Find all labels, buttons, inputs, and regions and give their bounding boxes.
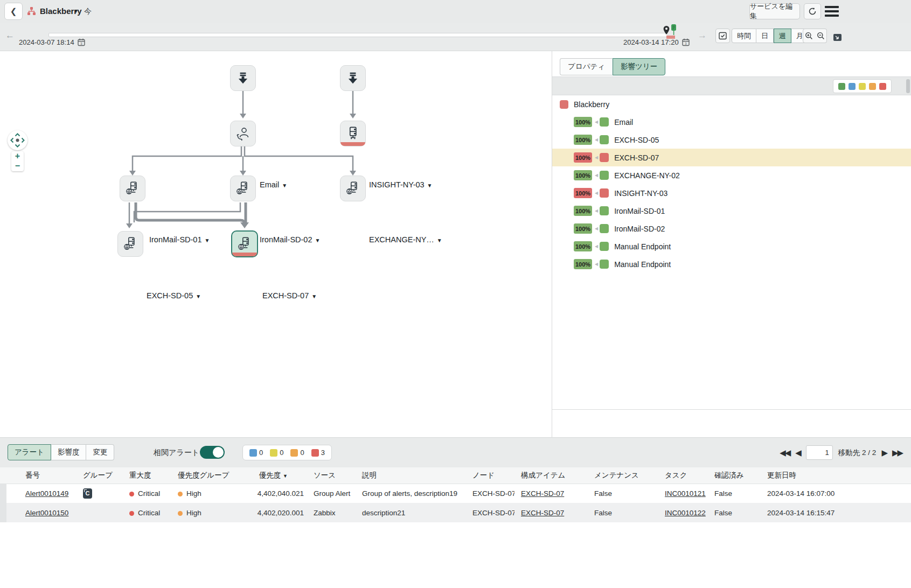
col-task[interactable]: タスク xyxy=(658,467,707,484)
task-link[interactable]: INC0010122 xyxy=(665,509,706,517)
col-node[interactable]: ノード xyxy=(466,467,514,484)
col-acknowledged[interactable]: 確認済み xyxy=(707,467,760,484)
col-ci[interactable]: 構成アイテム xyxy=(514,467,585,484)
impact-arrow-icon: ◀ xyxy=(595,191,598,195)
node-exch-sd-07[interactable] xyxy=(231,230,258,257)
tree-item-exch-sd-07[interactable]: 100% ◀ EXCH-SD-07 xyxy=(552,149,911,166)
col-severity[interactable]: 重大度 xyxy=(124,467,171,484)
node-insight-ny-03[interactable] xyxy=(340,121,366,146)
node-ironmail-sd-02[interactable] xyxy=(230,176,256,201)
page-input[interactable] xyxy=(806,445,833,460)
legend-green-swatch[interactable] xyxy=(838,83,845,90)
tree-item-exch-sd-05[interactable]: 100% ◀ EXCH-SD-05 xyxy=(552,131,911,149)
zoom-in-button[interactable] xyxy=(803,29,815,43)
legend-yellow-swatch[interactable] xyxy=(859,83,866,90)
legend-orange-swatch[interactable] xyxy=(869,83,876,90)
col-priority-sorted[interactable]: 優先度 ▼ xyxy=(245,467,308,484)
node-label-ironmail-sd-02[interactable]: IronMail-SD-02▼ xyxy=(260,235,320,244)
col-id[interactable]: 番号 xyxy=(6,467,75,484)
tab-impact-tree[interactable]: 影響ツリー xyxy=(613,58,665,75)
legend-red-swatch[interactable] xyxy=(879,83,886,90)
tree-item-manual-endpoint-2[interactable]: 100% ◀ Manual Endpoint xyxy=(552,255,911,273)
node-ironmail-sd-01[interactable] xyxy=(120,176,145,201)
tab-alerts[interactable]: アラート xyxy=(8,444,51,460)
impact-arrow-icon: ◀ xyxy=(595,137,598,142)
node-label-exch-sd-05[interactable]: EXCH-SD-05▼ xyxy=(147,291,201,300)
first-page-icon[interactable]: ◀◀ xyxy=(780,448,790,458)
node-label-insight-ny-03[interactable]: INSIGHT-NY-03▼ xyxy=(369,180,433,189)
upstream-node[interactable] xyxy=(340,65,366,91)
tree-item-insight-ny-03[interactable]: 100% ◀ INSIGHT-NY-03 xyxy=(552,184,911,202)
select-timeframe-button[interactable] xyxy=(715,29,730,43)
status-square-red xyxy=(600,153,609,162)
alert-id-link[interactable]: Alert0010149 xyxy=(25,489,68,498)
col-priority-group[interactable]: 優先度グループ xyxy=(171,467,245,484)
node-label-exch-sd-07[interactable]: EXCH-SD-07▼ xyxy=(262,291,317,300)
refresh-button[interactable] xyxy=(804,3,821,19)
range-week-button[interactable]: 週 xyxy=(774,29,791,43)
node-label-email[interactable]: Email▼ xyxy=(260,180,287,189)
task-link[interactable]: INC0010121 xyxy=(665,489,706,498)
col-source[interactable]: ソース xyxy=(308,467,356,484)
correlation-group-icon[interactable]: C xyxy=(83,488,92,499)
zoom-out-button[interactable] xyxy=(815,29,827,43)
timeline-end-date[interactable]: 2024-03-14 17:20 xyxy=(623,38,679,46)
tab-changes[interactable]: 変更 xyxy=(86,444,114,460)
tree-item-blackberry[interactable]: Blackberry xyxy=(552,95,911,113)
node-label-exchange-ny[interactable]: EXCHANGE-NY…▼ xyxy=(369,235,442,244)
timeline-forward-icon[interactable]: → xyxy=(698,30,707,41)
next-page-icon[interactable]: ▶ xyxy=(881,448,887,458)
node-exch-sd-05[interactable] xyxy=(117,231,143,257)
alerts-toolbar: アラート 影響度 変更 相関アラート 0 0 0 3 ◀◀ ◀ 移動先 2 / … xyxy=(0,438,911,467)
graph-zoom-in-button[interactable]: + xyxy=(15,151,20,161)
alert-id-link[interactable]: Alert0010150 xyxy=(25,509,68,517)
calendar-icon[interactable]: 3 xyxy=(682,38,690,46)
tree-item-ironmail-sd-01[interactable]: 100% ◀ IronMail-SD-01 xyxy=(552,202,911,220)
timeline-back-icon[interactable]: ← xyxy=(5,30,15,41)
alert-row-1[interactable]: Alert0010149 C Critical High 4,402,040.0… xyxy=(0,484,911,503)
node-menu-icon: ▼ xyxy=(282,183,287,188)
tree-item-ironmail-sd-02[interactable]: 100% ◀ IronMail-SD-02 xyxy=(552,220,911,237)
ci-link[interactable]: EXCH-SD-07 xyxy=(521,489,564,498)
tree-item-email[interactable]: 100% ◀ Email xyxy=(552,113,911,131)
count-red[interactable]: 3 xyxy=(311,449,325,457)
range-hour-button[interactable]: 時間 xyxy=(732,29,756,43)
tree-item-exchange-ny-02[interactable]: 100% ◀ EXCHANGE-NY-02 xyxy=(552,166,911,184)
edit-service-button[interactable]: サービスを編集 xyxy=(749,3,800,19)
range-day-button[interactable]: 日 xyxy=(756,29,774,43)
legend-blue-swatch[interactable] xyxy=(849,83,856,90)
pan-control[interactable] xyxy=(8,130,27,150)
service-dropdown-icon[interactable]: ▼ xyxy=(73,8,79,14)
count-blue[interactable]: 0 xyxy=(249,449,263,457)
popout-icon[interactable] xyxy=(833,33,842,44)
menu-icon[interactable] xyxy=(825,6,839,17)
count-orange[interactable]: 0 xyxy=(290,449,304,457)
col-updated[interactable]: 更新日時 xyxy=(760,467,911,484)
tree-item-manual-endpoint-1[interactable]: 100% ◀ Manual Endpoint xyxy=(552,237,911,255)
tab-properties[interactable]: プロパティ xyxy=(560,58,613,75)
upstream-node[interactable] xyxy=(230,65,256,91)
critical-dot-icon xyxy=(129,511,134,516)
back-button[interactable]: ❮ xyxy=(4,3,23,20)
tab-impact[interactable]: 影響度 xyxy=(51,444,87,460)
timeline-track[interactable] xyxy=(48,33,668,37)
graph-zoom-out-button[interactable]: − xyxy=(15,161,20,171)
alert-row-2[interactable]: Alert0010150 Critical High 4,402,020.001… xyxy=(0,503,911,522)
node-exchange-ny[interactable] xyxy=(340,176,366,201)
now-link[interactable]: 今 xyxy=(84,7,92,17)
timeline-start-date[interactable]: 2024-03-07 18:14 xyxy=(19,38,74,46)
calendar-icon[interactable]: 3 xyxy=(78,38,85,46)
col-group[interactable]: グループ xyxy=(75,467,124,484)
node-email[interactable] xyxy=(230,121,256,146)
legend-scrollbar[interactable] xyxy=(906,79,910,93)
node-label-ironmail-sd-01[interactable]: IronMail-SD-01▼ xyxy=(149,235,210,244)
col-description[interactable]: 説明 xyxy=(356,467,466,484)
last-page-icon[interactable]: ▶▶ xyxy=(892,448,902,458)
status-square-green xyxy=(600,171,609,180)
prev-page-icon[interactable]: ◀ xyxy=(795,448,801,458)
node-value: EXCH-SD-07 xyxy=(466,484,514,503)
count-yellow[interactable]: 0 xyxy=(270,449,283,457)
correlated-alerts-toggle[interactable] xyxy=(200,446,225,459)
ci-link[interactable]: EXCH-SD-07 xyxy=(521,509,564,517)
col-maintenance[interactable]: メンテナンス xyxy=(585,467,658,484)
